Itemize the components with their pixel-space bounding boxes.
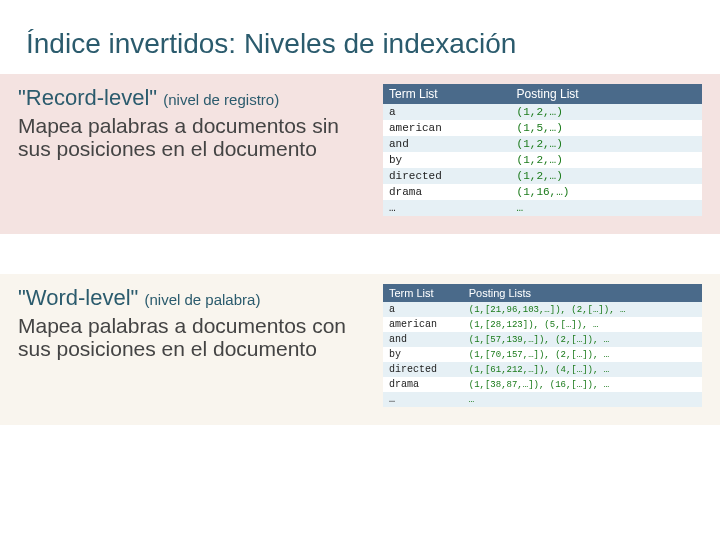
term-cell: american [383, 120, 511, 136]
word-heading-main: "Word-level" [18, 285, 138, 310]
table-row: and(1,2,…) [383, 136, 702, 152]
word-table: Term List Posting Lists a(1,[21,96,103,…… [383, 284, 702, 407]
term-cell: directed [383, 168, 511, 184]
table-row: drama(1,[38,87,…]), (16,[…]), … [383, 377, 702, 392]
record-heading-sub: (nivel de registro) [163, 91, 279, 108]
table-row: american(1,[28,123]), (5,[…]), … [383, 317, 702, 332]
table-row: a(1,2,…) [383, 104, 702, 120]
term-cell: a [383, 104, 511, 120]
term-cell: … [383, 200, 511, 216]
post-cell: (1,[28,123]), (5,[…]), … [463, 317, 702, 332]
post-cell: (1,2,…) [511, 104, 702, 120]
table-row: by(1,2,…) [383, 152, 702, 168]
record-th-post: Posting List [511, 84, 702, 104]
post-cell: (1,2,…) [511, 136, 702, 152]
record-heading-main: "Record-level" [18, 85, 157, 110]
record-left: "Record-level" (nivel de registro) Mapea… [18, 84, 383, 161]
slide-title: Índice invertidos: Niveles de indexación [0, 0, 720, 74]
table-row: directed(1,[61,212,…]), (4,[…]), … [383, 362, 702, 377]
record-th-term: Term List [383, 84, 511, 104]
record-right: Term List Posting List a(1,2,…) american… [383, 84, 702, 216]
post-cell: (1,16,…) [511, 184, 702, 200]
term-cell: and [383, 136, 511, 152]
post-cell: … [511, 200, 702, 216]
word-right: Term List Posting Lists a(1,[21,96,103,…… [383, 284, 702, 407]
table-row: american(1,5,…) [383, 120, 702, 136]
word-heading-sub: (nivel de palabra) [144, 291, 260, 308]
record-heading: "Record-level" (nivel de registro) [18, 84, 375, 112]
post-cell: (1,[38,87,…]), (16,[…]), … [463, 377, 702, 392]
table-row: by(1,[70,157,…]), (2,[…]), … [383, 347, 702, 362]
term-cell: drama [383, 377, 463, 392]
post-cell: (1,[70,157,…]), (2,[…]), … [463, 347, 702, 362]
word-level-section: "Word-level" (nivel de palabra) Mapea pa… [0, 274, 720, 425]
word-heading: "Word-level" (nivel de palabra) [18, 284, 375, 312]
table-row: …… [383, 200, 702, 216]
term-cell: american [383, 317, 463, 332]
term-cell: directed [383, 362, 463, 377]
word-left: "Word-level" (nivel de palabra) Mapea pa… [18, 284, 383, 361]
term-cell: by [383, 347, 463, 362]
table-row: a(1,[21,96,103,…]), (2,[…]), … [383, 302, 702, 317]
word-th-term: Term List [383, 284, 463, 302]
record-table: Term List Posting List a(1,2,…) american… [383, 84, 702, 216]
post-cell: … [463, 392, 702, 407]
term-cell: a [383, 302, 463, 317]
post-cell: (1,[57,139,…]), (2,[…]), … [463, 332, 702, 347]
word-th-post: Posting Lists [463, 284, 702, 302]
term-cell: … [383, 392, 463, 407]
post-cell: (1,2,…) [511, 152, 702, 168]
table-header-row: Term List Posting List [383, 84, 702, 104]
table-header-row: Term List Posting Lists [383, 284, 702, 302]
term-cell: by [383, 152, 511, 168]
table-row: and(1,[57,139,…]), (2,[…]), … [383, 332, 702, 347]
table-row: drama(1,16,…) [383, 184, 702, 200]
term-cell: and [383, 332, 463, 347]
post-cell: (1,[61,212,…]), (4,[…]), … [463, 362, 702, 377]
term-cell: drama [383, 184, 511, 200]
post-cell: (1,5,…) [511, 120, 702, 136]
word-desc: Mapea palabras a documentos con sus posi… [18, 314, 375, 361]
table-row: …… [383, 392, 702, 407]
table-row: directed(1,2,…) [383, 168, 702, 184]
post-cell: (1,2,…) [511, 168, 702, 184]
post-cell: (1,[21,96,103,…]), (2,[…]), … [463, 302, 702, 317]
record-level-section: "Record-level" (nivel de registro) Mapea… [0, 74, 720, 234]
record-desc: Mapea palabras a documentos sin sus posi… [18, 114, 375, 161]
